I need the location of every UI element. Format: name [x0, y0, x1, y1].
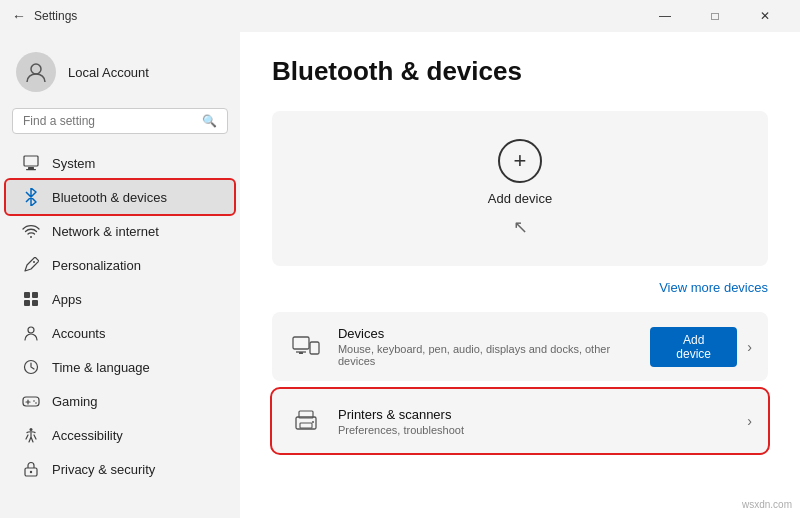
close-button[interactable]: ✕: [742, 0, 788, 32]
content-area: Bluetooth & devices + Add device ↖ View …: [240, 32, 800, 518]
sidebar-item-network[interactable]: Network & internet: [6, 214, 234, 248]
minimize-button[interactable]: —: [642, 0, 688, 32]
privacy-icon: [22, 460, 40, 478]
svg-rect-6: [24, 292, 30, 298]
svg-rect-12: [23, 397, 39, 406]
back-button[interactable]: ←: [12, 8, 26, 24]
sidebar-item-apps[interactable]: Apps: [6, 282, 234, 316]
page-title: Bluetooth & devices: [272, 56, 768, 87]
add-device-card-label: Add device: [488, 191, 552, 206]
avatar: [16, 52, 56, 92]
svg-point-10: [28, 327, 34, 333]
chevron-right-printers-icon: ›: [747, 413, 752, 429]
svg-rect-3: [26, 169, 36, 170]
sidebar-label-personalization: Personalization: [52, 258, 141, 273]
setting-row-devices-right: Add device ›: [650, 327, 752, 367]
printers-icon: [288, 403, 324, 439]
sidebar-item-system[interactable]: System: [6, 146, 234, 180]
sidebar-item-accounts[interactable]: Accounts: [6, 316, 234, 350]
add-device-card[interactable]: + Add device ↖: [272, 111, 768, 266]
accounts-icon: [22, 324, 40, 342]
setting-row-printers-right: ›: [747, 413, 752, 429]
setting-subtitle-printers: Preferences, troubleshoot: [338, 424, 464, 436]
svg-point-16: [35, 402, 37, 404]
setting-text-printers: Printers & scanners Preferences, trouble…: [338, 407, 464, 436]
svg-rect-21: [310, 342, 319, 354]
svg-point-4: [30, 236, 32, 238]
bluetooth-icon: [22, 188, 40, 206]
gaming-icon: [22, 392, 40, 410]
svg-point-0: [31, 64, 41, 74]
svg-point-19: [30, 471, 32, 473]
sidebar-label-gaming: Gaming: [52, 394, 98, 409]
sidebar-item-privacy[interactable]: Privacy & security: [6, 452, 234, 486]
setting-row-printers-left: Printers & scanners Preferences, trouble…: [288, 403, 464, 439]
setting-text-devices: Devices Mouse, keyboard, pen, audio, dis…: [338, 326, 650, 367]
svg-rect-7: [32, 292, 38, 298]
svg-point-27: [312, 421, 314, 423]
search-input[interactable]: [23, 114, 194, 128]
devices-icon: [288, 329, 324, 365]
sidebar-label-accessibility: Accessibility: [52, 428, 123, 443]
sidebar: Local Account 🔍 System Bluetooth & devic…: [0, 32, 240, 518]
setting-title-printers: Printers & scanners: [338, 407, 464, 422]
sidebar-label-network: Network & internet: [52, 224, 159, 239]
titlebar-title: Settings: [34, 9, 77, 23]
setting-subtitle-devices: Mouse, keyboard, pen, audio, displays an…: [338, 343, 650, 367]
titlebar: ← Settings — □ ✕: [0, 0, 800, 32]
sidebar-label-time: Time & language: [52, 360, 150, 375]
add-device-plus-icon: +: [498, 139, 542, 183]
sidebar-label-apps: Apps: [52, 292, 82, 307]
sidebar-item-personalization[interactable]: Personalization: [6, 248, 234, 282]
accessibility-icon: [22, 426, 40, 444]
svg-rect-8: [24, 300, 30, 306]
chevron-right-icon: ›: [747, 339, 752, 355]
user-name: Local Account: [68, 65, 149, 80]
sidebar-label-accounts: Accounts: [52, 326, 105, 341]
personalization-icon: [22, 256, 40, 274]
titlebar-left: ← Settings: [12, 8, 77, 24]
sidebar-label-bluetooth: Bluetooth & devices: [52, 190, 167, 205]
app-container: Local Account 🔍 System Bluetooth & devic…: [0, 32, 800, 518]
apps-icon: [22, 290, 40, 308]
setting-row-printers[interactable]: Printers & scanners Preferences, trouble…: [272, 389, 768, 453]
time-icon: [22, 358, 40, 376]
sidebar-item-bluetooth[interactable]: Bluetooth & devices: [6, 180, 234, 214]
search-box[interactable]: 🔍: [12, 108, 228, 134]
view-more-devices-link[interactable]: View more devices: [272, 278, 768, 296]
setting-row-devices[interactable]: Devices Mouse, keyboard, pen, audio, dis…: [272, 312, 768, 381]
sidebar-item-time[interactable]: Time & language: [6, 350, 234, 384]
sidebar-label-system: System: [52, 156, 95, 171]
search-icon: 🔍: [202, 114, 217, 128]
svg-rect-26: [300, 423, 312, 428]
titlebar-controls: — □ ✕: [642, 0, 788, 32]
setting-title-devices: Devices: [338, 326, 650, 341]
svg-point-17: [30, 428, 33, 431]
svg-rect-20: [293, 337, 309, 349]
setting-row-devices-left: Devices Mouse, keyboard, pen, audio, dis…: [288, 326, 650, 367]
sidebar-label-privacy: Privacy & security: [52, 462, 155, 477]
cursor-icon: ↖: [513, 216, 528, 238]
svg-point-5: [33, 261, 35, 263]
sidebar-user[interactable]: Local Account: [0, 40, 240, 108]
svg-rect-2: [28, 167, 34, 169]
svg-rect-23: [299, 352, 303, 354]
svg-rect-1: [24, 156, 38, 166]
system-icon: [22, 154, 40, 172]
network-icon: [22, 222, 40, 240]
add-device-button[interactable]: Add device: [650, 327, 737, 367]
svg-point-15: [33, 400, 35, 402]
sidebar-item-gaming[interactable]: Gaming: [6, 384, 234, 418]
watermark: wsxdn.com: [742, 499, 792, 510]
maximize-button[interactable]: □: [692, 0, 738, 32]
svg-rect-9: [32, 300, 38, 306]
view-more-anchor[interactable]: View more devices: [659, 280, 768, 295]
sidebar-item-accessibility[interactable]: Accessibility: [6, 418, 234, 452]
